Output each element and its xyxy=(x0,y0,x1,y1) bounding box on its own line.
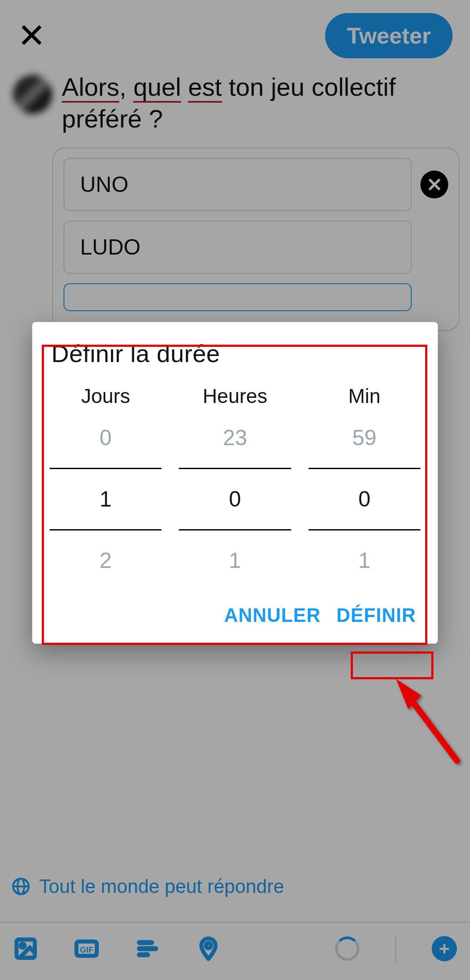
svg-text:GIF: GIF xyxy=(80,945,93,954)
days-next: 2 xyxy=(50,548,161,573)
compose-text[interactable]: Alors, quel est ton jeu collectif préfér… xyxy=(62,71,457,134)
hours-label: Heures xyxy=(179,384,291,408)
hours-next: 1 xyxy=(179,548,291,573)
globe-icon xyxy=(10,876,31,897)
gif-icon[interactable]: GIF xyxy=(74,936,99,961)
days-label: Jours xyxy=(50,384,161,408)
minutes-next: 1 xyxy=(309,548,420,573)
minutes-column[interactable]: Min 59 0 1 xyxy=(309,375,420,589)
reply-settings[interactable]: Tout le monde peut répondre xyxy=(10,876,284,897)
add-tweet-button[interactable]: + xyxy=(432,936,457,961)
hours-prev: 23 xyxy=(179,425,291,450)
days-column[interactable]: Jours 0 1 2 xyxy=(50,375,161,589)
svg-point-4 xyxy=(206,943,211,948)
location-icon[interactable] xyxy=(196,936,221,961)
hours-selected: 0 xyxy=(179,468,291,530)
svg-marker-6 xyxy=(396,679,421,709)
minutes-selected: 0 xyxy=(309,468,420,530)
tweet-button[interactable]: Tweeter xyxy=(325,13,453,58)
minutes-label: Min xyxy=(309,384,420,408)
annotation-box-confirm xyxy=(351,651,433,679)
cancel-button[interactable]: ANNULER xyxy=(224,604,321,626)
days-prev: 0 xyxy=(50,425,161,450)
duration-modal: Définir la durée Jours 0 1 2 Heures 23 0… xyxy=(32,322,438,644)
poll-option-2[interactable]: LUDO xyxy=(64,221,412,274)
modal-title: Définir la durée xyxy=(32,338,438,375)
poll-option-3[interactable] xyxy=(64,283,412,311)
image-icon[interactable] xyxy=(13,936,38,961)
annotation-arrow xyxy=(387,674,470,775)
svg-line-5 xyxy=(405,691,457,761)
confirm-button[interactable]: DÉFINIR xyxy=(336,604,416,626)
minutes-prev: 59 xyxy=(309,425,420,450)
poll-icon[interactable] xyxy=(135,936,160,961)
poll-option-1[interactable]: UNO xyxy=(64,158,412,211)
close-icon[interactable]: ✕ xyxy=(17,19,46,53)
days-selected: 1 xyxy=(50,468,161,530)
reply-settings-label: Tout le monde peut répondre xyxy=(39,876,284,897)
poll-container: UNO ✕ LUDO xyxy=(52,148,460,331)
remove-poll-icon[interactable]: ✕ xyxy=(420,171,448,198)
avatar xyxy=(13,75,52,114)
compose-toolbar: GIF + xyxy=(0,922,470,963)
char-count-ring xyxy=(335,936,359,961)
svg-point-1 xyxy=(20,943,24,947)
hours-column[interactable]: Heures 23 0 1 xyxy=(179,375,291,589)
